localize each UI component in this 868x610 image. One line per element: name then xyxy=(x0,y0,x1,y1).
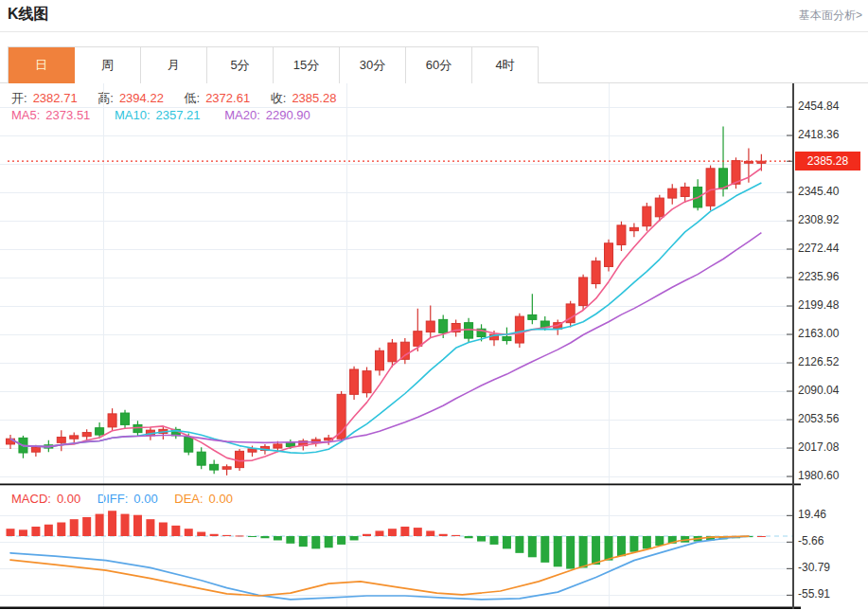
y-axis-label: -55.91 xyxy=(798,587,830,601)
current-price-tag: 2385.28 xyxy=(795,152,860,170)
y-axis-label: 2308.92 xyxy=(798,213,839,226)
tab-15分[interactable]: 15分 xyxy=(274,47,340,83)
kline-chart-canvas[interactable] xyxy=(0,83,868,610)
y-axis-label: 2454.84 xyxy=(798,99,839,113)
y-axis-label: 2163.00 xyxy=(798,327,839,340)
y-axis-label: 2418.36 xyxy=(798,128,839,141)
y-axis-label: -30.79 xyxy=(798,561,830,574)
tab-4时[interactable]: 4时 xyxy=(472,47,539,83)
y-axis-label: 2126.52 xyxy=(798,355,839,368)
page-title: K线图 xyxy=(8,5,49,25)
y-axis-label: 2017.08 xyxy=(798,440,839,454)
y-axis-label: 2235.96 xyxy=(798,270,839,283)
y-axis-label: 2053.56 xyxy=(798,412,839,425)
tab-日[interactable]: 日 xyxy=(9,47,75,83)
y-axis-label: 2199.48 xyxy=(798,298,839,312)
y-axis-label: -5.66 xyxy=(798,534,824,547)
tab-30分[interactable]: 30分 xyxy=(340,47,406,83)
y-axis-label: 19.46 xyxy=(798,508,826,521)
y-axis-label: 2272.44 xyxy=(798,242,839,255)
y-axis-label: 1980.60 xyxy=(798,469,839,482)
y-axis-label: 2345.40 xyxy=(798,185,839,198)
tab-月[interactable]: 月 xyxy=(141,47,207,83)
fundamental-analysis-link[interactable]: 基本面分析> xyxy=(799,8,862,24)
timeframe-tabs: 日周月5分15分30分60分4时 xyxy=(8,46,539,83)
tab-周[interactable]: 周 xyxy=(75,47,141,83)
tab-5分[interactable]: 5分 xyxy=(207,47,274,83)
header-divider xyxy=(0,31,868,32)
kline-app: K线图 基本面分析> 日周月5分15分30分60分4时 开:2382.71 高:… xyxy=(0,0,868,610)
y-axis-label: 2090.04 xyxy=(798,384,839,397)
tab-60分[interactable]: 60分 xyxy=(406,47,472,83)
timeframe-tabbar: 日周月5分15分30分60分4时 xyxy=(0,46,868,83)
